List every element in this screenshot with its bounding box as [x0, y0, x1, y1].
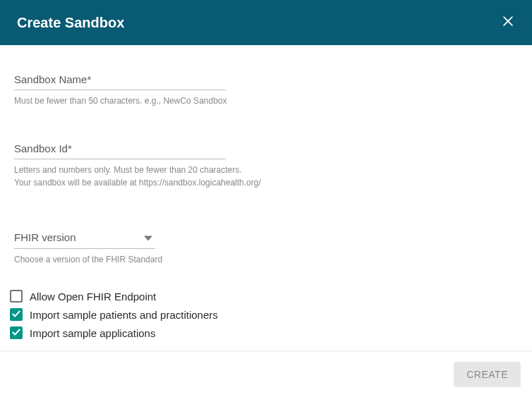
close-button[interactable]	[498, 13, 518, 32]
allow-open-endpoint-checkbox[interactable]	[10, 290, 23, 303]
fhir-version-field: FHIR version Choose a version of the FHI…	[14, 231, 518, 266]
sandbox-id-input[interactable]: Sandbox Id*	[14, 142, 226, 159]
import-sample-patients-label: Import sample patients and practitioners	[30, 309, 218, 321]
dialog-header: Create Sandbox	[0, 0, 532, 45]
import-sample-patients-checkbox[interactable]	[10, 308, 23, 321]
sandbox-id-field: Sandbox Id* Letters and numbers only. Mu…	[14, 142, 518, 189]
fhir-version-label: FHIR version	[14, 231, 76, 243]
close-icon	[501, 14, 515, 31]
import-sample-apps-checkbox[interactable]	[10, 326, 23, 339]
dialog-footer: CREATE	[0, 351, 532, 397]
fhir-version-select[interactable]: FHIR version	[14, 231, 155, 249]
dialog-title: Create Sandbox	[17, 15, 124, 31]
check-icon	[11, 309, 21, 321]
fhir-version-hint: Choose a version of the FHIR Standard	[14, 253, 518, 266]
sandbox-name-hint: Must be fewer than 50 characters. e.g., …	[14, 94, 518, 107]
sandbox-name-field: Sandbox Name* Must be fewer than 50 char…	[14, 73, 518, 107]
allow-open-endpoint-row: Allow Open FHIR Endpoint	[10, 287, 518, 305]
dialog-content: Sandbox Name* Must be fewer than 50 char…	[0, 45, 532, 390]
chevron-down-icon	[144, 233, 152, 245]
import-sample-apps-row: Import sample applications	[10, 324, 518, 342]
create-button[interactable]: CREATE	[454, 362, 521, 387]
sandbox-id-hint-2: Your sandbox will be available at https:…	[14, 176, 518, 189]
sandbox-id-hint-1: Letters and numbers only. Must be fewer …	[14, 164, 518, 176]
options-group: Allow Open FHIR Endpoint Import sample p…	[10, 287, 518, 342]
sandbox-name-input[interactable]: Sandbox Name*	[14, 73, 226, 90]
check-icon	[11, 327, 21, 339]
import-sample-apps-label: Import sample applications	[30, 327, 155, 339]
allow-open-endpoint-label: Allow Open FHIR Endpoint	[30, 291, 156, 303]
import-sample-patients-row: Import sample patients and practitioners	[10, 305, 518, 324]
